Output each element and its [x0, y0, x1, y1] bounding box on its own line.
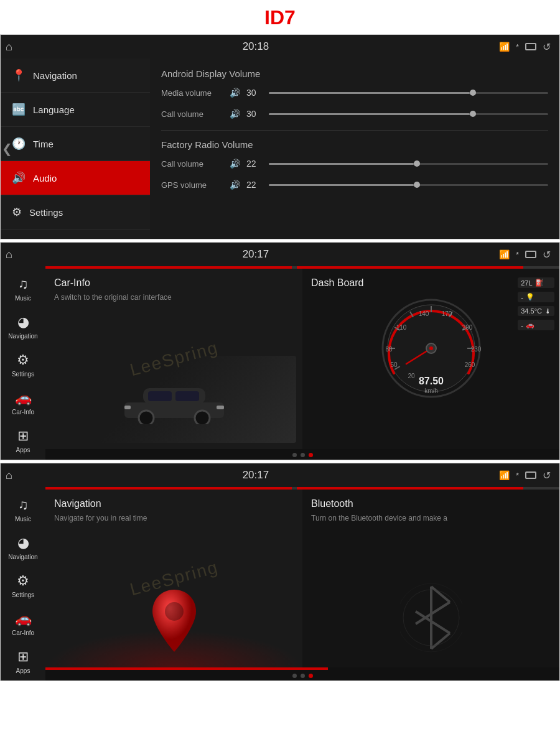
nav-label: Navigation	[33, 70, 77, 81]
sidebar-item-settings[interactable]: ⚙ Settings	[1, 195, 150, 230]
fuel-value: 27L	[521, 279, 532, 287]
nav-settings[interactable]: ⚙ Settings	[1, 346, 45, 384]
sidebar-item-language[interactable]: 🔤 Language	[1, 93, 150, 127]
chevron-left-icon[interactable]: ❮	[1, 139, 14, 159]
wifi-icon-1: 📶	[499, 42, 510, 52]
factory-vol-title: Factory Radio Volume	[161, 139, 548, 150]
screen3-panel: ⌂ 20:17 📶 * ↺ ♫ Music ◕ Navigation ⚙ Set…	[0, 463, 560, 681]
call-vol-slider-1[interactable]	[269, 113, 548, 115]
call-vol-slider-2[interactable]	[269, 163, 548, 165]
dot-2-2	[301, 453, 305, 457]
settings3-icon: ⚙	[17, 573, 29, 589]
temp-icon: 🌡	[544, 307, 551, 315]
sidebar-item-time[interactable]: 🕐 Time	[1, 127, 150, 161]
navigation-panel[interactable]: LeeSpring Navigation Navigate for you in…	[45, 490, 302, 667]
media-vol-slider[interactable]	[269, 92, 548, 94]
svg-line-37	[416, 611, 450, 633]
svg-point-4	[139, 411, 154, 424]
car-info-desc: A switch to the original car interface	[54, 292, 294, 303]
call-vol-thumb-2[interactable]	[414, 160, 420, 167]
time-1: 20:18	[243, 40, 269, 53]
car-label: Car-Info	[12, 409, 34, 416]
nav-panel-title: Navigation	[54, 498, 294, 509]
music3-label: Music	[15, 516, 31, 522]
home-icon-3[interactable]: ⌂	[6, 469, 12, 482]
status-bar-3: ⌂ 20:17 📶 * ↺	[1, 463, 559, 487]
call-volume-row-1: Call volume 🔊 30	[161, 109, 548, 119]
call-volume-row-2: Call volume 🔊 22	[161, 159, 548, 169]
nav-navigation[interactable]: ◕ Navigation	[1, 308, 45, 346]
extra-stat: - 🚗	[518, 320, 554, 330]
back-arrow-2[interactable]: ↺	[543, 249, 551, 261]
sidebar-item-navigation[interactable]: 📍 Navigation	[1, 58, 150, 93]
map-pin-svg	[146, 587, 202, 655]
nav3-music[interactable]: ♫ Music	[1, 491, 45, 529]
back-arrow-1[interactable]: ↺	[543, 41, 551, 53]
android-vol-title: Android Display Volume	[161, 68, 548, 79]
home-icon-2[interactable]: ⌂	[6, 248, 12, 261]
media-volume-row: Media volume 🔊 30	[161, 88, 548, 98]
screen2-panel: ⌂ 20:17 📶 * ↺ ♫ Music ◕ Navigation ⚙ Set…	[0, 242, 560, 460]
nav-music[interactable]: ♫ Music	[1, 270, 45, 308]
car3-icon: 🚗	[15, 611, 32, 627]
bottom-bar-3	[45, 667, 559, 670]
gps-vol-thumb[interactable]	[414, 182, 420, 188]
sidebar-1: ❮ 📍 Navigation 🔤 Language 🕐 Time 🔊 Audio…	[1, 58, 150, 239]
nav3-settings[interactable]: ⚙ Settings	[1, 567, 45, 605]
media-vol-label: Media volume	[161, 88, 223, 98]
car-info-panel[interactable]: LeeSpring Car-Info A switch to the origi…	[45, 269, 302, 449]
back-arrow-3[interactable]: ↺	[543, 470, 551, 481]
sidebar-3: ♫ Music ◕ Navigation ⚙ Settings 🚗 Car-In…	[1, 487, 45, 680]
call-vol-icon-2: 🔊	[230, 159, 240, 169]
call-vol-value-1: 30	[246, 109, 263, 119]
svg-text:80: 80	[385, 346, 393, 353]
screen3-body: ♫ Music ◕ Navigation ⚙ Settings 🚗 Car-In…	[1, 487, 559, 680]
temp-value: 34.5°C	[521, 307, 542, 315]
panels-row-2: LeeSpring Car-Info A switch to the origi…	[45, 269, 559, 449]
svg-text:50: 50	[390, 361, 398, 368]
lang-label: Language	[33, 104, 75, 115]
bluetooth-panel[interactable]: Bluetooth Turn on the Bluetooth device a…	[302, 490, 559, 667]
navigation3-label: Navigation	[8, 554, 37, 560]
fuel-icon: ⛽	[535, 279, 544, 287]
map-pin-container	[146, 587, 202, 655]
nav-car-info[interactable]: 🚗 Car-Info	[1, 384, 45, 422]
call-vol-value-2: 22	[246, 159, 263, 169]
media-vol-icon: 🔊	[230, 88, 240, 98]
music-icon: ♫	[18, 276, 29, 292]
svg-rect-6	[217, 406, 224, 409]
call-vol-thumb-1[interactable]	[470, 111, 476, 117]
gps-vol-slider[interactable]	[269, 184, 548, 186]
svg-text:140: 140	[418, 310, 429, 317]
media-vol-fill	[269, 92, 470, 94]
nav-apps[interactable]: ⊞ Apps	[1, 422, 45, 460]
car-icon: 🚗	[15, 390, 32, 406]
main-area-2: LeeSpring Car-Info A switch to the origi…	[45, 266, 559, 460]
media-vol-thumb[interactable]	[470, 90, 476, 96]
svg-text:110: 110	[396, 324, 406, 331]
dashboard-panel[interactable]: Dash Board 27L ⛽ - 💡 34.5°C	[302, 269, 559, 449]
nav3-navigation[interactable]: ◕ Navigation	[1, 529, 45, 567]
status-bar-2: ⌂ 20:17 📶 * ↺	[1, 243, 559, 266]
dots-2	[45, 449, 559, 460]
call-vol-fill-1	[269, 113, 470, 115]
bt-graphic-container	[400, 580, 462, 655]
svg-rect-3	[175, 391, 199, 401]
nav3-car-info[interactable]: 🚗 Car-Info	[1, 605, 45, 643]
media-vol-value: 30	[246, 88, 263, 98]
navigation-icon: ◕	[17, 314, 29, 330]
car-svg	[112, 374, 236, 424]
car-info-title: Car-Info	[54, 277, 294, 289]
home-icon-1[interactable]: ⌂	[6, 40, 12, 53]
screen1-panel: ⌂ 20:18 📶 * ↺ ❮ 📍 Navigation 🔤 Language …	[0, 34, 560, 239]
svg-rect-7	[124, 406, 131, 409]
apps3-icon: ⊞	[17, 649, 29, 665]
sidebar-item-audio[interactable]: 🔊 Audio	[1, 161, 150, 195]
call-vol-label-1: Call volume	[161, 109, 223, 119]
nav3-apps[interactable]: ⊞ Apps	[1, 643, 45, 680]
product-title: ID7	[0, 0, 560, 34]
sidebar-2: ♫ Music ◕ Navigation ⚙ Settings 🚗 Car-In…	[1, 266, 45, 460]
svg-text:200: 200	[462, 324, 472, 331]
svg-point-32	[165, 602, 184, 621]
apps-icon: ⊞	[17, 428, 29, 444]
